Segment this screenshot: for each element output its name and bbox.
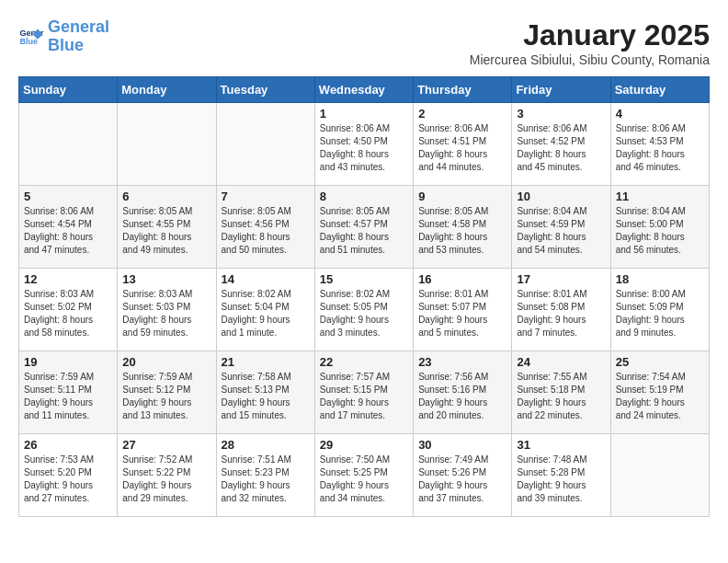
title-block: January 2025 Miercurea Sibiului, Sibiu C… bbox=[470, 18, 710, 67]
logo-icon: General Blue bbox=[18, 24, 44, 50]
day-number: 10 bbox=[517, 190, 605, 203]
calendar-cell: 27Sunrise: 7:52 AM Sunset: 5:22 PM Dayli… bbox=[118, 434, 216, 517]
calendar-cell: 11Sunrise: 8:04 AM Sunset: 5:00 PM Dayli… bbox=[610, 186, 709, 269]
logo-text: General Blue bbox=[48, 18, 109, 55]
day-info: Sunrise: 8:04 AM Sunset: 4:59 PM Dayligh… bbox=[517, 205, 605, 257]
day-info: Sunrise: 8:06 AM Sunset: 4:52 PM Dayligh… bbox=[517, 122, 605, 174]
calendar-cell: 19Sunrise: 7:59 AM Sunset: 5:11 PM Dayli… bbox=[19, 351, 118, 434]
day-info: Sunrise: 7:53 AM Sunset: 5:20 PM Dayligh… bbox=[24, 454, 112, 505]
page-header: General Blue General Blue January 2025 M… bbox=[18, 18, 710, 67]
calendar-cell: 13Sunrise: 8:03 AM Sunset: 5:03 PM Dayli… bbox=[118, 269, 216, 351]
calendar-cell: 8Sunrise: 8:05 AM Sunset: 4:57 PM Daylig… bbox=[314, 186, 413, 269]
day-info: Sunrise: 8:03 AM Sunset: 5:02 PM Dayligh… bbox=[24, 288, 112, 339]
week-row-4: 19Sunrise: 7:59 AM Sunset: 5:11 PM Dayli… bbox=[19, 351, 710, 434]
day-number: 12 bbox=[24, 272, 112, 286]
weekday-header-row: SundayMondayTuesdayWednesdayThursdayFrid… bbox=[19, 77, 710, 103]
calendar-cell: 5Sunrise: 8:06 AM Sunset: 4:54 PM Daylig… bbox=[19, 186, 118, 269]
svg-text:Blue: Blue bbox=[19, 37, 38, 46]
calendar-cell: 12Sunrise: 8:03 AM Sunset: 5:02 PM Dayli… bbox=[19, 269, 118, 351]
calendar-cell: 23Sunrise: 7:56 AM Sunset: 5:16 PM Dayli… bbox=[414, 351, 512, 434]
day-number: 21 bbox=[222, 355, 310, 369]
day-number: 16 bbox=[418, 272, 506, 286]
day-info: Sunrise: 8:05 AM Sunset: 4:56 PM Dayligh… bbox=[222, 205, 310, 257]
calendar-cell: 21Sunrise: 7:58 AM Sunset: 5:13 PM Dayli… bbox=[216, 351, 314, 434]
day-number: 24 bbox=[517, 355, 605, 369]
weekday-header-monday: Monday bbox=[118, 77, 216, 103]
week-row-5: 26Sunrise: 7:53 AM Sunset: 5:20 PM Dayli… bbox=[19, 434, 710, 517]
day-info: Sunrise: 8:05 AM Sunset: 4:58 PM Dayligh… bbox=[418, 205, 506, 257]
day-info: Sunrise: 8:05 AM Sunset: 4:57 PM Dayligh… bbox=[320, 205, 408, 257]
calendar-cell: 20Sunrise: 7:59 AM Sunset: 5:12 PM Dayli… bbox=[118, 351, 216, 434]
day-number: 29 bbox=[320, 438, 408, 452]
calendar-cell bbox=[610, 434, 709, 517]
day-info: Sunrise: 8:00 AM Sunset: 5:09 PM Dayligh… bbox=[616, 288, 704, 339]
logo: General Blue General Blue bbox=[18, 18, 109, 55]
calendar-cell: 17Sunrise: 8:01 AM Sunset: 5:08 PM Dayli… bbox=[512, 269, 610, 351]
calendar-cell: 4Sunrise: 8:06 AM Sunset: 4:53 PM Daylig… bbox=[610, 103, 709, 186]
calendar-cell bbox=[19, 103, 118, 186]
day-number: 23 bbox=[418, 355, 506, 369]
calendar-cell: 7Sunrise: 8:05 AM Sunset: 4:56 PM Daylig… bbox=[216, 186, 314, 269]
weekday-header-saturday: Saturday bbox=[610, 77, 709, 103]
calendar-cell: 6Sunrise: 8:05 AM Sunset: 4:55 PM Daylig… bbox=[118, 186, 216, 269]
day-number: 11 bbox=[616, 190, 704, 203]
day-number: 5 bbox=[24, 190, 112, 203]
calendar-table: SundayMondayTuesdayWednesdayThursdayFrid… bbox=[18, 76, 710, 517]
day-info: Sunrise: 7:55 AM Sunset: 5:18 PM Dayligh… bbox=[517, 371, 605, 422]
day-info: Sunrise: 7:58 AM Sunset: 5:13 PM Dayligh… bbox=[222, 371, 310, 422]
day-info: Sunrise: 7:57 AM Sunset: 5:15 PM Dayligh… bbox=[320, 371, 408, 422]
calendar-cell: 18Sunrise: 8:00 AM Sunset: 5:09 PM Dayli… bbox=[610, 269, 709, 351]
day-info: Sunrise: 7:59 AM Sunset: 5:12 PM Dayligh… bbox=[122, 371, 210, 422]
day-number: 6 bbox=[122, 190, 210, 203]
day-info: Sunrise: 8:05 AM Sunset: 4:55 PM Dayligh… bbox=[122, 205, 210, 257]
weekday-header-wednesday: Wednesday bbox=[314, 77, 413, 103]
day-number: 19 bbox=[24, 355, 112, 369]
day-info: Sunrise: 8:04 AM Sunset: 5:00 PM Dayligh… bbox=[616, 205, 704, 257]
day-info: Sunrise: 8:03 AM Sunset: 5:03 PM Dayligh… bbox=[122, 288, 210, 339]
weekday-header-tuesday: Tuesday bbox=[216, 77, 314, 103]
calendar-cell: 22Sunrise: 7:57 AM Sunset: 5:15 PM Dayli… bbox=[314, 351, 413, 434]
day-number: 17 bbox=[517, 272, 605, 286]
day-info: Sunrise: 7:56 AM Sunset: 5:16 PM Dayligh… bbox=[418, 371, 506, 422]
day-number: 25 bbox=[616, 355, 704, 369]
day-info: Sunrise: 8:01 AM Sunset: 5:08 PM Dayligh… bbox=[517, 288, 605, 339]
day-info: Sunrise: 8:02 AM Sunset: 5:05 PM Dayligh… bbox=[320, 288, 408, 339]
day-number: 7 bbox=[222, 190, 310, 203]
calendar-cell: 9Sunrise: 8:05 AM Sunset: 4:58 PM Daylig… bbox=[414, 186, 512, 269]
day-info: Sunrise: 8:02 AM Sunset: 5:04 PM Dayligh… bbox=[222, 288, 310, 339]
calendar-cell: 14Sunrise: 8:02 AM Sunset: 5:04 PM Dayli… bbox=[216, 269, 314, 351]
calendar-cell: 2Sunrise: 8:06 AM Sunset: 4:51 PM Daylig… bbox=[414, 103, 512, 186]
day-info: Sunrise: 8:06 AM Sunset: 4:54 PM Dayligh… bbox=[24, 205, 112, 257]
day-info: Sunrise: 8:06 AM Sunset: 4:51 PM Dayligh… bbox=[418, 122, 506, 174]
weekday-header-thursday: Thursday bbox=[414, 77, 512, 103]
day-number: 13 bbox=[122, 272, 210, 286]
calendar-cell: 10Sunrise: 8:04 AM Sunset: 4:59 PM Dayli… bbox=[512, 186, 610, 269]
day-number: 18 bbox=[616, 272, 704, 286]
calendar-cell: 16Sunrise: 8:01 AM Sunset: 5:07 PM Dayli… bbox=[414, 269, 512, 351]
day-info: Sunrise: 7:59 AM Sunset: 5:11 PM Dayligh… bbox=[24, 371, 112, 422]
calendar-cell: 1Sunrise: 8:06 AM Sunset: 4:50 PM Daylig… bbox=[314, 103, 413, 186]
day-info: Sunrise: 7:50 AM Sunset: 5:25 PM Dayligh… bbox=[320, 454, 408, 505]
week-row-2: 5Sunrise: 8:06 AM Sunset: 4:54 PM Daylig… bbox=[19, 186, 710, 269]
day-number: 20 bbox=[122, 355, 210, 369]
day-number: 30 bbox=[418, 438, 506, 452]
calendar-cell: 29Sunrise: 7:50 AM Sunset: 5:25 PM Dayli… bbox=[314, 434, 413, 517]
calendar-cell: 31Sunrise: 7:48 AM Sunset: 5:28 PM Dayli… bbox=[512, 434, 610, 517]
day-info: Sunrise: 7:48 AM Sunset: 5:28 PM Dayligh… bbox=[517, 454, 605, 505]
day-info: Sunrise: 7:52 AM Sunset: 5:22 PM Dayligh… bbox=[122, 454, 210, 505]
day-number: 28 bbox=[222, 438, 310, 452]
day-info: Sunrise: 7:49 AM Sunset: 5:26 PM Dayligh… bbox=[418, 454, 506, 505]
calendar-cell: 15Sunrise: 8:02 AM Sunset: 5:05 PM Dayli… bbox=[314, 269, 413, 351]
calendar-cell bbox=[118, 103, 216, 186]
day-info: Sunrise: 8:01 AM Sunset: 5:07 PM Dayligh… bbox=[418, 288, 506, 339]
day-number: 4 bbox=[616, 107, 704, 121]
day-info: Sunrise: 8:06 AM Sunset: 4:50 PM Dayligh… bbox=[320, 122, 408, 174]
day-number: 2 bbox=[418, 107, 506, 121]
day-info: Sunrise: 8:06 AM Sunset: 4:53 PM Dayligh… bbox=[616, 122, 704, 174]
week-row-1: 1Sunrise: 8:06 AM Sunset: 4:50 PM Daylig… bbox=[19, 103, 710, 186]
calendar-cell: 26Sunrise: 7:53 AM Sunset: 5:20 PM Dayli… bbox=[19, 434, 118, 517]
calendar-cell: 25Sunrise: 7:54 AM Sunset: 5:19 PM Dayli… bbox=[610, 351, 709, 434]
day-number: 14 bbox=[222, 272, 310, 286]
day-info: Sunrise: 7:54 AM Sunset: 5:19 PM Dayligh… bbox=[616, 371, 704, 422]
day-number: 27 bbox=[122, 438, 210, 452]
